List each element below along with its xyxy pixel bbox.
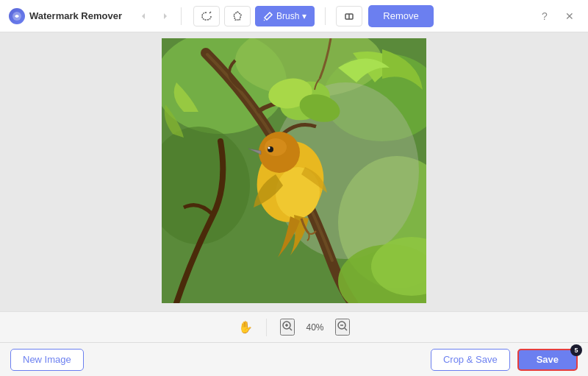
image-container[interactable] [162,38,426,306]
svg-line-22 [290,328,292,330]
tool-buttons: Brush ▾ [193,6,362,26]
help-button[interactable]: ? [535,7,554,26]
save-button[interactable]: Save 5 [517,349,578,371]
brush-dropdown-icon: ▾ [302,11,306,21]
canvas-area [0,32,588,311]
polygon-tool-button[interactable] [224,6,251,26]
app-logo-icon [9,8,25,24]
zoom-divider [266,319,267,336]
back-button[interactable] [134,7,153,26]
app-logo: Watermark Remover [9,8,122,24]
eraser-tool-button[interactable] [336,6,362,26]
right-actions: Crop & Save Save 5 [431,349,578,371]
toolbar-divider-2 [325,7,326,25]
brush-tool-label: Brush [276,11,299,21]
zoom-out-button[interactable] [335,319,350,336]
main-image [162,38,426,303]
svg-point-16 [265,138,287,156]
toolbar-divider-1 [181,7,182,25]
zoom-bar: ✋ 40% [0,311,588,342]
new-image-button[interactable]: New Image [10,349,84,371]
hand-tool-icon[interactable]: ✋ [238,320,253,334]
crop-save-button[interactable]: Crop & Save [431,349,510,371]
save-badge: 5 [570,344,582,356]
svg-line-26 [345,328,347,330]
close-button[interactable]: ✕ [560,7,579,26]
brush-tool-button[interactable]: Brush ▾ [255,6,315,26]
window-controls: ? ✕ [535,7,579,26]
app-title: Watermark Remover [29,10,122,21]
svg-point-18 [268,146,270,149]
title-bar: Watermark Remover [0,0,588,32]
remove-button[interactable]: Remove [368,5,433,27]
zoom-in-button[interactable] [280,319,295,336]
zoom-value: 40% [302,322,328,333]
forward-button[interactable] [156,7,175,26]
lasso-tool-button[interactable] [193,6,220,26]
nav-buttons [134,7,175,26]
action-bar: New Image Crop & Save Save 5 [0,342,588,376]
